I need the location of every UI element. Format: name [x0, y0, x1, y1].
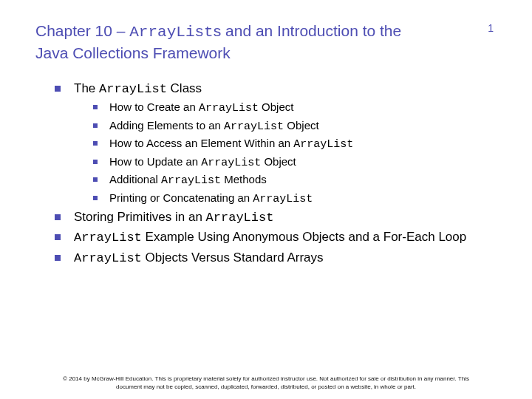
list-item: The ArrayList Class How to Create an Arr…: [55, 79, 497, 208]
list-item: Additional ArrayList Methods: [93, 171, 497, 190]
item-code: ArrayList: [206, 211, 274, 225]
item-code: ArrayList: [74, 231, 142, 245]
item-pre: Additional: [109, 173, 161, 185]
item-post: Example Using Anonymous Objects and a Fo…: [142, 230, 466, 244]
list-item: How to Access an Element Within an Array…: [93, 135, 497, 154]
item-post: Methods: [221, 173, 267, 185]
item-code: ArrayList: [161, 174, 221, 187]
item-post: Class: [167, 81, 202, 95]
item-post: Object: [259, 100, 294, 113]
copyright-footer: © 2014 by McGraw-Hill Education. This is…: [0, 375, 532, 392]
outline-sublist: How to Create an ArrayList Object Adding…: [74, 99, 497, 208]
item-code: ArrayList: [74, 251, 142, 265]
item-code: ArrayList: [253, 193, 313, 205]
list-item: How to Update an ArrayList Object: [93, 154, 497, 172]
list-item: Printing or Concatenating an ArrayList: [93, 190, 497, 208]
list-item: ArrayList Objects Versus Standard Arrays: [55, 248, 497, 268]
title-code: ArrayList: [129, 24, 213, 41]
item-post: Object: [284, 119, 319, 132]
item-code: ArrayList: [201, 157, 261, 169]
title-pre: Chapter 10 –: [35, 22, 129, 39]
list-item: Adding Elements to an ArrayList Object: [93, 117, 497, 136]
item-pre: How to Update an: [109, 155, 201, 168]
item-code: ArrayList: [224, 120, 284, 133]
item-post: Objects Versus Standard Arrays: [142, 250, 324, 265]
page-title: Chapter 10 – ArrayLists and an Introduct…: [35, 21, 434, 64]
item-pre: Printing or Concatenating an: [109, 191, 253, 204]
item-pre: Adding Elements to an: [109, 119, 224, 132]
item-code: ArrayList: [199, 102, 259, 115]
item-pre: The: [74, 81, 99, 95]
item-pre: How to Access an Element Within an: [109, 137, 293, 149]
item-code: ArrayList: [293, 138, 353, 151]
list-item: Storing Primitives in an ArrayList: [55, 208, 497, 228]
outline-list: The ArrayList Class How to Create an Arr…: [35, 79, 497, 268]
slide: 1 Chapter 10 – ArrayLists and an Introdu…: [0, 0, 532, 399]
item-code: ArrayList: [99, 82, 167, 96]
page-number: 1: [488, 22, 494, 34]
item-pre: Storing Primitives in an: [74, 210, 206, 224]
list-item: ArrayList Example Using Anonymous Object…: [55, 228, 497, 248]
item-pre: How to Create an: [109, 100, 199, 113]
list-item: How to Create an ArrayList Object: [93, 99, 497, 117]
item-post: Object: [261, 155, 296, 168]
